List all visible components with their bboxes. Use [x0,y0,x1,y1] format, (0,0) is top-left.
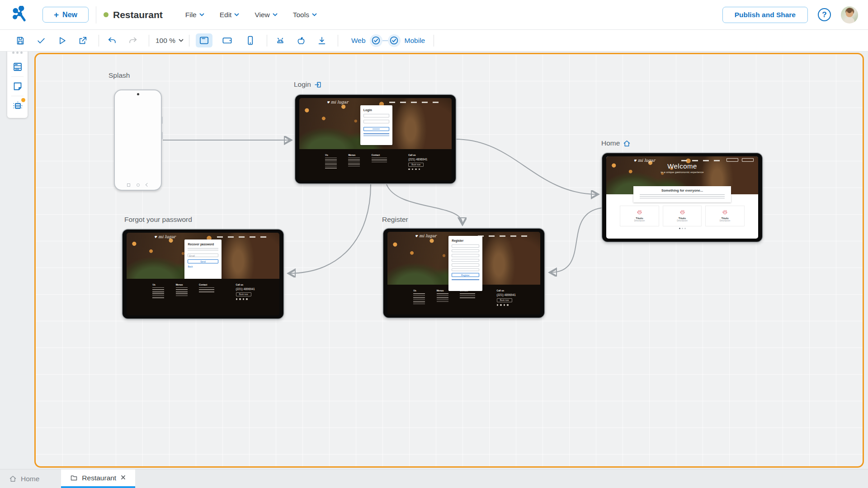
close-icon[interactable] [120,474,126,482]
home-section-title: Something for everyone... [638,188,726,192]
play-simulate-icon[interactable] [55,34,69,47]
header-divider [96,6,96,23]
notes-panel-icon[interactable] [7,77,28,96]
footer-phone: (221) 4896941 [497,293,516,296]
screens-panel-icon[interactable] [7,57,28,76]
feature-card: Título Descripción [663,206,702,226]
plus-icon: + [54,10,59,19]
footer-phone: (221) 4896941 [408,158,427,161]
prototype-canvas[interactable]: Splash Login ♥ mi lugar Login [34,53,864,468]
main-toolbar: 100 % Web Mobile [0,30,868,52]
screen-thumbnail-forgot[interactable]: ♥ mi lugar Recover password Email Send B… [123,230,283,319]
login-label-text: Login [294,80,311,89]
save-icon[interactable] [14,34,27,47]
footer-column: Us [152,283,164,315]
site-nav-links [389,102,443,103]
site-nav-links [681,160,725,161]
publish-label: Publish and Share [735,11,796,19]
help-glyph: ? [822,10,826,19]
screen-thumbnail-register[interactable]: ♥ mi lugar Register Register [383,229,544,318]
platform-link-line [382,40,388,41]
footer-social-icons [408,169,427,170]
home-hero-subtitle: to a unique gastronomic experience [606,171,758,174]
canvas-side-panel [7,48,28,118]
screen-label-login[interactable]: Login [294,80,322,89]
site-nav-links [478,235,531,237]
undo-icon[interactable] [105,34,119,47]
help-icon[interactable]: ? [818,8,831,21]
recover-card-title: Recover password [188,243,218,246]
screen-thumbnail-home[interactable]: ♥ mi lugar Welcome to a unique gastronom… [602,153,762,242]
home-hero-title: Welcome [606,162,758,170]
device-mobile-button[interactable] [242,33,259,47]
home-register-nav-button [742,158,754,162]
publish-and-share-button[interactable]: Publish and Share [722,7,808,23]
chevron-down-icon [312,13,317,16]
home-login-nav-button [726,158,738,162]
panel-drag-handle[interactable] [12,52,23,54]
workspace: Splash Login ♥ mi lugar Login [0,52,868,469]
menu-edit-label: Edit [220,11,232,19]
screen-thumbnail-login[interactable]: ♥ mi lugar Login Us Menus Contact [295,95,456,183]
footer-social-icons [497,304,516,306]
recover-email-field: Email [188,253,218,257]
site-nav-links [217,236,270,238]
project-status-dot [104,12,108,17]
register-links [452,279,479,280]
chevron-down-icon [234,13,239,16]
menu-file-label: File [185,11,197,19]
screen-thumbnail-splash[interactable] [114,89,162,191]
toolbar-divider [99,35,99,47]
web-check-icon[interactable] [370,34,382,47]
register-field [452,244,479,248]
device-tablet-button[interactable] [219,33,236,47]
home-icon [9,475,17,483]
tab-restaurant[interactable]: Restaurant [61,469,135,488]
login-links [363,133,389,136]
redo-icon[interactable] [126,34,140,47]
validate-icon[interactable] [34,34,48,47]
toolbar-divider [267,35,267,47]
recover-card: Recover password Email Send Back [184,239,221,280]
header-right: Publish and Share ? [722,6,858,23]
footer-column: Menus [348,154,360,180]
android-icon[interactable] [274,34,287,47]
phone-side-button [162,117,163,124]
register-field [452,263,479,267]
apple-icon[interactable] [294,34,308,47]
platform-toggle: Web Mobile [347,34,429,47]
screen-label-home[interactable]: Home [601,139,631,147]
mobile-check-icon[interactable] [388,34,401,47]
footer-column: Contact [372,154,387,180]
zoom-level-dropdown[interactable]: 100 % [156,37,184,45]
footer-phone: (221) 4896941 [236,287,255,291]
site-logo: ♥ mi lugar [327,100,349,104]
screen-label-register[interactable]: Register [382,216,408,224]
home-label-text: Home [601,139,620,147]
screen-label-forgot[interactable]: Forgot your password [124,216,192,224]
screen-label-splash[interactable]: Splash [108,71,130,80]
home-feature-cards: Título Descripción Título Descripción Tí… [620,206,745,226]
login-card-title: Login [363,108,389,112]
generate-screens-icon[interactable] [7,96,28,115]
menu-edit[interactable]: Edit [220,11,240,19]
splash-label-text: Splash [108,71,130,80]
bottom-tab-bar: Home Restaurant [0,469,868,488]
toolbar-divider [189,35,189,47]
recover-send-button: Send [188,259,218,263]
web-toggle-label[interactable]: Web [351,37,366,45]
new-button[interactable]: + New [42,7,89,23]
tab-home[interactable]: Home [0,469,48,488]
menu-tools[interactable]: Tools [293,11,317,19]
justinmind-logo[interactable] [12,6,30,24]
mobile-toggle-label[interactable]: Mobile [405,37,425,45]
footer-call-column: Call us (221) 4896941 Book now [236,283,255,315]
menu-view[interactable]: View [255,11,277,19]
splash-photo [118,97,158,180]
menu-file[interactable]: File [185,11,204,19]
register-card-title: Register [452,239,479,242]
download-icon[interactable] [315,34,329,47]
export-icon[interactable] [76,34,90,47]
user-avatar[interactable] [841,6,858,23]
device-web-button[interactable] [196,33,212,47]
